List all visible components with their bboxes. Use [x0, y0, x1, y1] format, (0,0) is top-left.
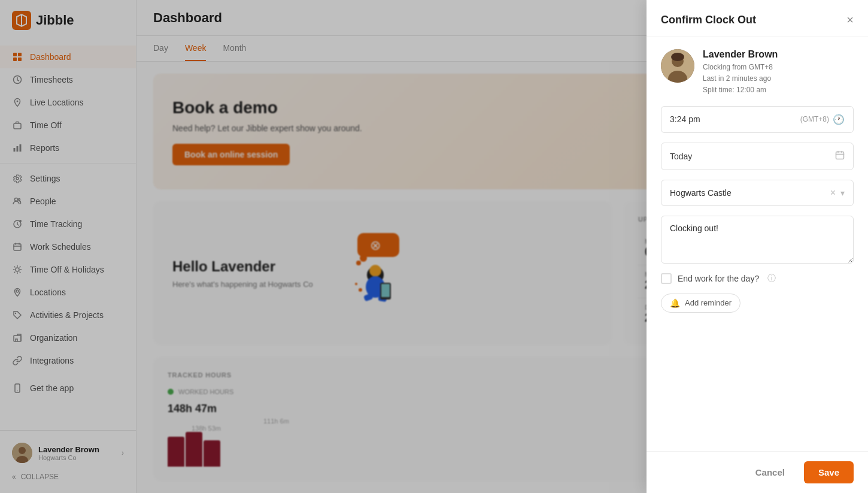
bell-icon: 🔔: [670, 298, 680, 308]
reminder-label: Add reminder: [685, 298, 732, 307]
date-field[interactable]: Today: [661, 143, 854, 170]
time-field[interactable]: 3:24 pm (GMT+8) 🕐: [661, 106, 854, 133]
svg-point-58: [671, 53, 684, 61]
modal-header: Confirm Clock Out ×: [647, 0, 868, 37]
location-actions: × ▾: [830, 187, 845, 198]
confirm-clock-out-modal: Confirm Clock Out × Lavender Brown Clock…: [647, 0, 868, 493]
location-value: Hogwarts Castle: [670, 188, 732, 198]
save-button[interactable]: Save: [804, 461, 854, 483]
modal-user-clocking-from: Clocking from GMT+8: [703, 62, 778, 73]
modal-user-name: Lavender Brown: [703, 49, 778, 60]
add-reminder-section: 🔔 Add reminder: [661, 294, 854, 313]
modal-user-row: Lavender Brown Clocking from GMT+8 Last …: [661, 49, 854, 96]
cancel-button[interactable]: Cancel: [743, 461, 797, 483]
modal-user-avatar: [661, 49, 694, 83]
end-work-row: End work for the day? ⓘ: [661, 273, 854, 284]
time-suffix: (GMT+8) 🕐: [800, 114, 845, 125]
location-clear-icon[interactable]: ×: [830, 187, 836, 198]
modal-title: Confirm Clock Out: [661, 14, 756, 26]
modal-user-last-in: Last in 2 minutes ago: [703, 73, 778, 84]
note-textarea[interactable]: [661, 216, 854, 264]
end-work-checkbox[interactable]: [661, 273, 672, 284]
add-reminder-button[interactable]: 🔔 Add reminder: [661, 294, 740, 313]
end-work-label: End work for the day?: [678, 274, 759, 283]
svg-rect-59: [836, 152, 844, 159]
modal-footer: Cancel Save: [647, 451, 868, 493]
modal-close-button[interactable]: ×: [846, 13, 854, 27]
location-expand-icon[interactable]: ▾: [840, 188, 845, 198]
location-field[interactable]: Hogwarts Castle × ▾: [661, 180, 854, 206]
modal-user-info: Lavender Brown Clocking from GMT+8 Last …: [703, 49, 778, 96]
time-value: 3:24 pm: [670, 114, 700, 124]
date-value: Today: [670, 152, 692, 161]
calendar-field-icon: [835, 150, 845, 162]
modal-body: Lavender Brown Clocking from GMT+8 Last …: [647, 37, 868, 451]
modal-user-split-time: Split time: 12:00 am: [703, 84, 778, 96]
info-icon: ⓘ: [767, 273, 776, 284]
clock-field-icon: 🕐: [833, 114, 845, 125]
